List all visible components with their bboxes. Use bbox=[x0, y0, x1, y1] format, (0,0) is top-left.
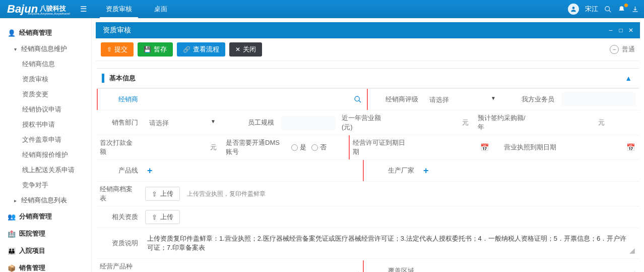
page-title: 资质审核 bbox=[103, 26, 606, 35]
staff-label: 员工规模 bbox=[223, 112, 278, 133]
rating-select[interactable] bbox=[425, 92, 500, 106]
nav-cat-hospital[interactable]: 🏥医院管理 bbox=[0, 225, 91, 242]
archive-upload-button[interactable]: ⇧上传 bbox=[145, 187, 180, 201]
add-manufacturer-icon[interactable]: + bbox=[421, 166, 431, 176]
close-icon[interactable]: ✕ bbox=[626, 27, 636, 34]
sales-rep-input[interactable] bbox=[561, 92, 636, 106]
staff-input[interactable] bbox=[281, 116, 336, 130]
dms-no-radio[interactable]: 否 bbox=[311, 143, 327, 152]
nav-leaf-auth-apply[interactable]: 授权书申请 bbox=[0, 117, 91, 132]
avatar[interactable] bbox=[568, 4, 579, 15]
resize-grip-icon[interactable]: ◢ bbox=[629, 246, 636, 255]
calendar-icon[interactable]: 📅 bbox=[477, 143, 492, 151]
nav-cat-dealer[interactable]: 👤经销商管理 bbox=[0, 24, 91, 41]
x-icon: ✕ bbox=[235, 46, 240, 53]
qual-desc-label: 资质说明 bbox=[97, 233, 142, 254]
nav-leaf-agreement-apply[interactable]: 经销协议申请 bbox=[0, 102, 91, 117]
download-icon[interactable] bbox=[631, 6, 639, 13]
archive-hint: 上传营业执照，复印件盖鲜章 bbox=[187, 190, 266, 198]
view-mode-toggle[interactable]: − 普通 bbox=[610, 45, 635, 54]
maximize-icon[interactable]: □ bbox=[616, 27, 626, 34]
view-mode-label: 普通 bbox=[622, 45, 635, 54]
nav-cat-label: 入院项目 bbox=[19, 246, 45, 255]
manufacturer-label: 生产厂家 bbox=[363, 160, 418, 181]
topbar: Bajun 八骏科技 Anyone,Anytime,Anywhere! ☰ 资质… bbox=[0, 0, 644, 18]
revenue-label: 近一年营业额(元) bbox=[339, 111, 394, 135]
upload-arrow-icon: ⇧ bbox=[152, 213, 157, 221]
nav-cat-label: 销售管理 bbox=[19, 263, 45, 272]
est-purchase-label: 预计签约采购额/年 bbox=[475, 111, 530, 135]
revenue-unit: 元 bbox=[459, 118, 472, 127]
calendar-icon[interactable]: 📅 bbox=[623, 143, 638, 151]
view-flow-button[interactable]: 🔗查看流程 bbox=[177, 42, 225, 57]
product-kind-label: 经营产品种类 bbox=[97, 259, 142, 272]
minus-circle-icon: − bbox=[610, 45, 619, 54]
nav-sub-dealer-info-list[interactable]: 经销商信息列表 bbox=[0, 193, 91, 208]
qual-upload-button[interactable]: ⇧上传 bbox=[145, 210, 180, 224]
button-label: 暂存 bbox=[154, 45, 167, 54]
add-product-line-icon[interactable]: + bbox=[145, 166, 155, 176]
biz-license-expiry-label: 营业执照到期日期 bbox=[495, 137, 560, 158]
nav-leaf-delivery-apply[interactable]: 线上配送关系申请 bbox=[0, 162, 91, 178]
bell-icon[interactable] bbox=[618, 6, 625, 13]
dms-yes-radio[interactable]: 是 bbox=[291, 143, 306, 152]
button-label: 上传 bbox=[160, 212, 173, 222]
section-title: 基本信息 bbox=[109, 74, 625, 83]
toolbar: ⇧提交 💾暂存 🔗查看流程 ✕关闭 − 普通 bbox=[96, 38, 640, 61]
nav-leaf-stamp-apply[interactable]: 文件盖章申请 bbox=[0, 132, 91, 147]
nav-cat-admission[interactable]: 👪入院项目 bbox=[0, 242, 91, 259]
hospital-icon: 🏥 bbox=[7, 230, 16, 238]
form-basic: 经销商 经销商评级 ▼ 我方业务员 销售部门 ▼ 员工规模 近一年营 bbox=[97, 88, 639, 272]
nav-cat-label: 医院管理 bbox=[19, 229, 45, 238]
top-tab-audit[interactable]: 资质审核 bbox=[95, 0, 143, 18]
button-label: 提交 bbox=[114, 45, 127, 54]
svg-line-4 bbox=[359, 100, 361, 102]
dept-label: 销售部门 bbox=[97, 112, 142, 133]
svg-point-1 bbox=[605, 6, 610, 11]
first-pay-unit: 元 bbox=[207, 143, 220, 152]
content: 资质审核 – □ ✕ ⇧提交 💾暂存 🔗查看流程 ✕关闭 − 普通 基本信息 ▲ bbox=[92, 18, 644, 272]
rating-label: 经销商评级 bbox=[367, 89, 422, 110]
upload-arrow-icon: ⇧ bbox=[152, 190, 157, 198]
resize-grip-icon[interactable]: ◢ bbox=[353, 269, 360, 272]
nav-leaf-qual-audit[interactable]: 资质审核 bbox=[0, 72, 91, 87]
nav-leaf-qual-change[interactable]: 资质变更 bbox=[0, 87, 91, 102]
close-button[interactable]: ✕关闭 bbox=[229, 42, 262, 57]
submit-button[interactable]: ⇧提交 bbox=[101, 42, 134, 57]
dms-label: 是否需要开通DMS账号 bbox=[223, 135, 288, 159]
nav-cat-distributor[interactable]: 👥分销商管理 bbox=[0, 208, 91, 225]
dealer-input[interactable] bbox=[145, 92, 346, 106]
nav-sub-dealer-info-maint[interactable]: 经销商信息维护 bbox=[0, 41, 91, 57]
collapse-icon[interactable]: ▲ bbox=[625, 74, 632, 82]
nav-cat-label: 分销商管理 bbox=[19, 212, 52, 221]
related-qual-label: 相关资质 bbox=[97, 206, 142, 228]
username[interactable]: 宋江 bbox=[585, 5, 598, 14]
product-line-label: 产品线 bbox=[97, 160, 142, 181]
first-pay-label: 首次打款金额 bbox=[97, 135, 142, 159]
logo-sub: Anyone,Anytime,Anywhere! bbox=[28, 12, 70, 15]
menu-toggle-icon[interactable]: ☰ bbox=[72, 5, 95, 14]
radio-label: 是 bbox=[300, 143, 306, 152]
search-icon[interactable] bbox=[604, 6, 612, 13]
form-scroll[interactable]: 基本信息 ▲ 经销商 经销商评级 ▼ 我方业务员 bbox=[96, 61, 640, 272]
top-tab-desktop[interactable]: 桌面 bbox=[143, 0, 178, 18]
resize-grip-icon[interactable]: ◢ bbox=[629, 269, 636, 272]
dealer-search-icon[interactable] bbox=[349, 95, 367, 103]
upload-icon: ⇧ bbox=[107, 46, 112, 53]
nav-leaf-competitor[interactable]: 竞争对手 bbox=[0, 178, 91, 193]
save-draft-button[interactable]: 💾暂存 bbox=[138, 42, 173, 57]
nav-leaf-quote-maint[interactable]: 经销商报价维护 bbox=[0, 147, 91, 162]
panel-head: 资质审核 – □ ✕ bbox=[96, 22, 640, 38]
minimize-icon[interactable]: – bbox=[606, 27, 616, 34]
qual-desc-textarea[interactable]: 上传资质复印件盖鲜章：1.营业执照；2.医疗器械经营备案凭证或医疗器械经营许可证… bbox=[145, 231, 629, 255]
license-expiry-label: 经营许可证到期日期 bbox=[349, 135, 414, 159]
top-tabs: 资质审核 桌面 bbox=[95, 0, 178, 18]
nav-cat-sales[interactable]: 📦销售管理 bbox=[0, 259, 91, 272]
dept-select[interactable] bbox=[145, 116, 220, 130]
users-icon: 👥 bbox=[7, 213, 16, 221]
save-icon: 💾 bbox=[144, 46, 151, 53]
svg-point-0 bbox=[572, 7, 575, 9]
admission-icon: 👪 bbox=[7, 247, 16, 255]
dealer-label[interactable]: 经销商 bbox=[118, 95, 138, 104]
nav-leaf-dealer-info[interactable]: 经销商信息 bbox=[0, 57, 91, 72]
